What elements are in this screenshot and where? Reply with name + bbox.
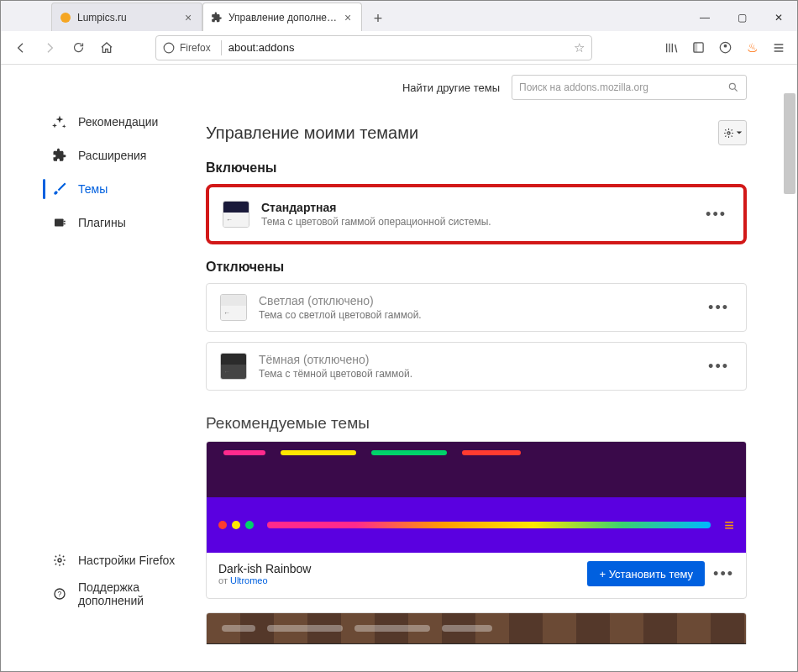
search-placeholder: Поиск на addons.mozilla.org bbox=[519, 81, 648, 93]
extension-flame-icon[interactable]: ♨ bbox=[740, 36, 764, 60]
content-area: Рекомендации Расширения Темы Плагины bbox=[1, 65, 797, 644]
back-button[interactable] bbox=[8, 34, 34, 61]
search-icon bbox=[727, 81, 739, 93]
svg-point-0 bbox=[164, 43, 174, 53]
reco-card-darkish-rainbow: ≡ Dark-ish Rainbow от Ultromeo + Установ… bbox=[206, 441, 747, 599]
theme-desc: Тема со светлой цветовой гаммой. bbox=[259, 309, 693, 321]
firefox-icon bbox=[163, 42, 175, 54]
sidebar-item-label: Рекомендации bbox=[78, 115, 158, 129]
section-disabled: Отключены bbox=[206, 260, 747, 275]
section-recommended: Рекомендуемые темы bbox=[206, 414, 747, 433]
section-enabled: Включены bbox=[206, 160, 747, 176]
gear-icon bbox=[723, 128, 734, 139]
tab-lumpics[interactable]: Lumpics.ru × bbox=[51, 3, 202, 31]
theme-title: Светлая (отключено) bbox=[259, 294, 693, 307]
svg-point-12 bbox=[727, 131, 729, 134]
url-bar[interactable]: Firefox about:addons ☆ bbox=[155, 35, 592, 60]
window-close[interactable]: ✕ bbox=[760, 4, 797, 31]
tab-close-icon[interactable]: × bbox=[181, 11, 195, 24]
url-text: about:addons bbox=[228, 41, 574, 54]
theme-more-button[interactable]: ••• bbox=[705, 299, 732, 317]
sidebar-item-label: Темы bbox=[78, 182, 108, 196]
theme-title: Тёмная (отключено) bbox=[259, 353, 693, 366]
theme-desc: Тема с тёмной цветовой гаммой. bbox=[259, 368, 693, 380]
sidebar-item-themes[interactable]: Темы bbox=[1, 172, 196, 206]
tab-close-icon[interactable]: × bbox=[341, 11, 354, 24]
sidebar-toggle-icon[interactable] bbox=[686, 36, 710, 60]
theme-thumb-icon bbox=[220, 353, 247, 380]
svg-rect-2 bbox=[693, 43, 696, 52]
install-theme-button[interactable]: + Установить тему bbox=[587, 561, 705, 586]
new-tab-button[interactable]: + bbox=[365, 6, 391, 31]
svg-rect-6 bbox=[64, 221, 66, 223]
sidebar-item-label: Расширения bbox=[78, 149, 146, 162]
page-heading-row: Управление моими темами bbox=[206, 120, 747, 145]
gear-icon bbox=[51, 554, 68, 567]
tab-strip: Lumpics.ru × Управление дополнениями × +… bbox=[1, 1, 797, 31]
page-title: Управление моими темами bbox=[206, 123, 418, 143]
sidebar-addon-support[interactable]: ? Поддержка дополнений bbox=[1, 577, 196, 611]
window-minimize[interactable]: — bbox=[686, 4, 723, 31]
nav-toolbar: Firefox about:addons ☆ ♨ bbox=[1, 31, 797, 65]
theme-desc: Тема с цветовой гаммой операционной сист… bbox=[261, 216, 690, 228]
library-icon[interactable] bbox=[659, 36, 683, 60]
theme-card-light[interactable]: Светлая (отключено) Тема со светлой цвет… bbox=[206, 283, 747, 332]
theme-preview bbox=[207, 613, 746, 643]
tools-gear-button[interactable] bbox=[718, 120, 747, 145]
puzzle-icon bbox=[51, 148, 68, 163]
main-panel: Найти другие темы Поиск на addons.mozill… bbox=[196, 65, 797, 644]
sidebar-item-label: Поддержка дополнений bbox=[78, 580, 179, 607]
addon-search-input[interactable]: Поиск на addons.mozilla.org bbox=[512, 75, 747, 100]
theme-preview: ≡ bbox=[207, 497, 746, 553]
theme-card-default[interactable]: Стандартная Тема с цветовой гаммой опера… bbox=[206, 184, 747, 244]
chevron-down-icon bbox=[736, 129, 743, 136]
theme-card-dark[interactable]: Тёмная (отключено) Тема с тёмной цветово… bbox=[206, 342, 747, 391]
sidebar: Рекомендации Расширения Темы Плагины bbox=[1, 65, 196, 644]
sidebar-item-label: Настройки Firefox bbox=[78, 554, 175, 567]
identity-label: Firefox bbox=[180, 42, 211, 54]
sidebar-item-recommendations[interactable]: Рекомендации bbox=[1, 105, 196, 139]
scrollbar[interactable] bbox=[784, 93, 795, 194]
svg-point-4 bbox=[723, 45, 727, 48]
svg-point-8 bbox=[58, 559, 61, 562]
brush-icon bbox=[51, 181, 68, 197]
tab-label: Lumpics.ru bbox=[77, 12, 181, 24]
identity-box[interactable]: Firefox bbox=[163, 40, 227, 55]
sidebar-item-plugins[interactable]: Плагины bbox=[1, 206, 196, 239]
window-maximize[interactable]: ▢ bbox=[723, 4, 760, 31]
svg-point-11 bbox=[729, 83, 735, 89]
help-icon: ? bbox=[51, 587, 68, 601]
theme-preview: ≡ bbox=[207, 643, 746, 644]
sidebar-item-label: Плагины bbox=[78, 216, 126, 229]
theme-more-button[interactable]: ••• bbox=[705, 358, 732, 375]
theme-more-button[interactable]: ••• bbox=[702, 206, 730, 223]
search-row: Найти другие темы Поиск на addons.mozill… bbox=[206, 75, 747, 100]
tab-addons[interactable]: Управление дополнениями × bbox=[202, 3, 362, 31]
theme-preview bbox=[207, 442, 746, 497]
theme-thumb-icon bbox=[223, 201, 249, 228]
reco-card-oldwood: ≡ OldWood bbox=[206, 612, 747, 644]
author-link[interactable]: Ultromeo bbox=[230, 575, 268, 585]
theme-thumb-icon bbox=[220, 294, 247, 321]
home-button[interactable] bbox=[93, 34, 120, 61]
reco-author: от Ultromeo bbox=[218, 575, 311, 585]
svg-text:?: ? bbox=[58, 590, 62, 598]
sidebar-firefox-settings[interactable]: Настройки Firefox bbox=[1, 543, 196, 577]
forward-button[interactable] bbox=[36, 34, 63, 61]
sidebar-item-extensions[interactable]: Расширения bbox=[1, 139, 196, 172]
reco-title: Dark-ish Rainbow bbox=[218, 562, 311, 575]
sparkle-icon bbox=[51, 114, 68, 129]
tab-favicon bbox=[59, 11, 72, 24]
tab-label: Управление дополнениями bbox=[228, 12, 341, 24]
svg-rect-7 bbox=[64, 223, 66, 225]
svg-rect-5 bbox=[55, 219, 64, 227]
profile-icon[interactable] bbox=[713, 36, 737, 60]
puzzle-icon bbox=[210, 11, 223, 24]
search-prompt: Найти другие темы bbox=[402, 81, 500, 94]
bookmark-star-icon[interactable]: ☆ bbox=[574, 40, 585, 55]
reco-more-button[interactable]: ••• bbox=[713, 565, 734, 583]
hamburger-icon: ≡ bbox=[724, 516, 734, 535]
theme-title: Стандартная bbox=[261, 201, 690, 214]
menu-icon[interactable] bbox=[767, 36, 790, 60]
reload-button[interactable] bbox=[65, 34, 92, 61]
